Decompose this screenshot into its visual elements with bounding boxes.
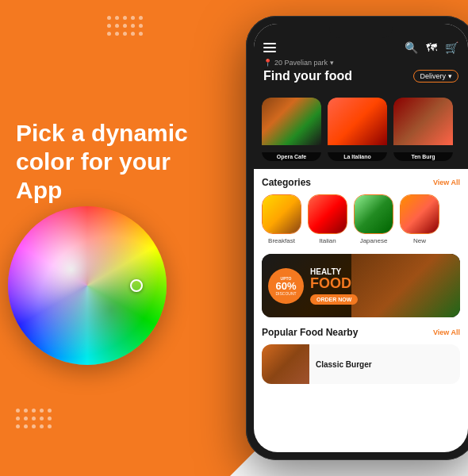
category-italian[interactable]: Italian	[308, 194, 347, 244]
popular-item-name-1: Classic Burger	[316, 360, 460, 369]
headline: Pick a dynamic color for your App	[16, 119, 190, 205]
phone-container: 🔍 🗺 🛒 📍 20 Pavelian park ▾ Find your foo…	[246, 16, 468, 460]
category-image-italian	[309, 195, 347, 233]
phone-outer: 🔍 🗺 🛒 📍 20 Pavelian park ▾ Find your foo…	[246, 16, 468, 460]
popular-title: Popular Food Nearby	[262, 327, 358, 338]
categories-section: Categories View All Breakfast Ita	[254, 169, 468, 249]
restaurant-card-3[interactable]: Ten Burg	[393, 98, 453, 161]
categories-title: Categories	[262, 177, 311, 188]
category-label-breakfast: Breakfast	[268, 237, 295, 244]
banner-text-area: HEALTY FOOD ORDER NOW	[310, 267, 358, 305]
phone-notch	[329, 24, 393, 38]
phone-screen: 🔍 🗺 🛒 📍 20 Pavelian park ▾ Find your foo…	[254, 24, 468, 452]
popular-section: Popular Food Nearby View All Classic Bur…	[254, 322, 468, 389]
category-image-breakfast	[263, 195, 301, 233]
category-label-new: New	[413, 237, 426, 244]
category-image-japanese	[355, 195, 393, 233]
popular-item-1[interactable]: Classic Burger	[262, 344, 460, 384]
category-icon-japanese	[354, 194, 393, 234]
category-new[interactable]: New	[400, 194, 439, 244]
banner-food-image	[351, 254, 461, 317]
delivery-label: Delivery	[420, 72, 446, 80]
hamburger-icon[interactable]	[263, 43, 276, 52]
category-japanese[interactable]: Japanese	[354, 194, 393, 244]
discount-percentage: 60%	[275, 281, 296, 291]
popular-item-info-1: Classic Burger	[316, 360, 460, 369]
restaurant-image-1	[262, 98, 321, 145]
categories-header: Categories View All	[262, 177, 460, 188]
wheel-cursor[interactable]	[130, 279, 143, 292]
delivery-button[interactable]: Delivery ▾	[413, 70, 458, 83]
map-icon[interactable]: 🗺	[426, 41, 437, 54]
dots-top-decoration	[107, 16, 143, 36]
restaurant-label-1: Opera Cafe	[262, 152, 321, 161]
dots-bottom-decoration	[16, 409, 52, 428]
headline-line2: color for your App	[16, 148, 171, 203]
header-icons: 🔍 🗺 🛒	[405, 41, 458, 54]
banner-food-text: FOOD	[310, 276, 358, 290]
popular-item-image-1	[262, 344, 309, 384]
banner-discount-badge: UPTO 60% DISCOUNT	[268, 268, 304, 304]
promo-banner[interactable]: UPTO 60% DISCOUNT HEALTY FOOD ORDER NOW	[262, 254, 460, 317]
order-now-button[interactable]: ORDER NOW	[310, 294, 358, 305]
app-header-top: 🔍 🗺 🛒	[263, 41, 458, 54]
color-wheel-container[interactable]	[8, 206, 167, 365]
category-image-new	[401, 195, 439, 233]
delivery-arrow-icon: ▾	[448, 72, 452, 80]
category-label-japanese: Japanese	[360, 237, 388, 244]
find-food-title: Find your food	[263, 69, 352, 83]
category-breakfast[interactable]: Breakfast	[262, 194, 301, 244]
color-wheel[interactable]	[8, 206, 167, 365]
discount-sublabel: DISCOUNT	[275, 291, 296, 296]
location-row: 📍 20 Pavelian park ▾	[263, 59, 458, 67]
cart-icon[interactable]: 🛒	[445, 41, 458, 54]
category-label-italian: Italian	[319, 237, 336, 244]
restaurant-image-3	[393, 98, 453, 145]
restaurant-label-2: La Italiano	[328, 152, 387, 161]
left-content: Pick a dynamic color for your App	[16, 119, 190, 221]
popular-header: Popular Food Nearby View All	[262, 327, 460, 338]
categories-view-all[interactable]: View All	[433, 178, 460, 186]
category-icon-italian	[308, 194, 347, 234]
location-pin-icon: 📍	[263, 59, 272, 67]
category-icon-new	[400, 194, 439, 234]
category-icon-breakfast	[262, 194, 301, 234]
banner-healty-text: HEALTY	[310, 267, 358, 276]
banner-section: UPTO 60% DISCOUNT HEALTY FOOD ORDER NOW	[254, 249, 468, 322]
find-food-row: Find your food Delivery ▾	[263, 69, 458, 83]
search-icon[interactable]: 🔍	[405, 41, 418, 54]
categories-row: Breakfast Italian Japanese	[262, 194, 460, 244]
featured-scroll[interactable]: Opera Cafe La Italiano Ten Burg	[254, 98, 468, 169]
location-text: 20 Pavelian park	[274, 59, 328, 67]
restaurant-label-3: Ten Burg	[393, 152, 453, 161]
location-arrow-icon: ▾	[330, 59, 334, 67]
restaurant-card-2[interactable]: La Italiano	[328, 98, 387, 161]
featured-section: Opera Cafe La Italiano Ten Burg	[254, 91, 468, 169]
headline-line1: Pick a dynamic	[16, 120, 188, 146]
restaurant-image-2	[328, 98, 387, 145]
popular-view-all[interactable]: View All	[433, 328, 460, 336]
restaurant-card-1[interactable]: Opera Cafe	[262, 98, 321, 161]
